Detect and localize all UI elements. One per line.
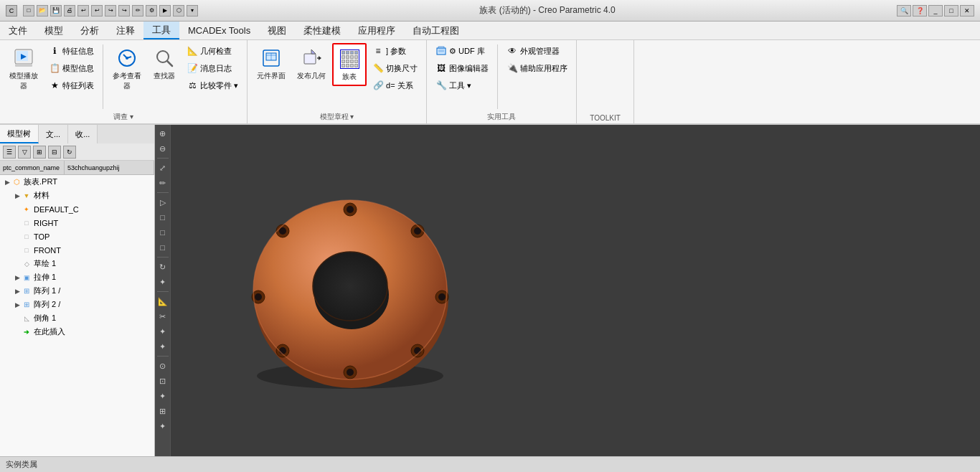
- menu-item-9[interactable]: 自动工程图: [404, 22, 468, 39]
- undo-icon[interactable]: ↩: [77, 5, 89, 16]
- tree-item-array1[interactable]: ▶ ⊞ 阵列 1 /: [0, 284, 154, 298]
- model-viewport[interactable]: [171, 125, 980, 456]
- tree-item-default-cs[interactable]: ▶ ✦ DEFAULT_C: [0, 202, 154, 216]
- tree-item-top[interactable]: ▶ □ TOP: [0, 230, 154, 243]
- aux-app-btn[interactable]: 🔌 辅助应用程序: [502, 60, 572, 76]
- restore-btn[interactable]: □: [944, 5, 958, 16]
- expand-right[interactable]: ▶: [13, 219, 22, 227]
- model-info-btn[interactable]: 📋 模型信息: [44, 60, 98, 76]
- expand-material[interactable]: ▶: [13, 192, 22, 200]
- misc3-icon[interactable]: ▶: [159, 5, 171, 16]
- tree-item-insert-here[interactable]: ▶ ➔ 在此插入: [0, 325, 154, 339]
- udf-lib-btn[interactable]: ⚙ UDF 库: [431, 43, 493, 59]
- minimize-btn[interactable]: _: [928, 5, 943, 16]
- zoom-to-fit-btn[interactable]: ⤢: [156, 161, 170, 175]
- publish-geo-btn[interactable]: 发布几何: [292, 43, 331, 85]
- menu-item-1[interactable]: 模型: [36, 22, 72, 39]
- misc-btn5[interactable]: ✦: [156, 389, 170, 403]
- zoom-in-btn[interactable]: ⊕: [156, 126, 170, 141]
- switch-dim-btn[interactable]: 📏 切换尺寸: [368, 60, 422, 76]
- compare-parts-btn[interactable]: ⚖ 比较零件 ▾: [182, 77, 242, 93]
- view-btn1[interactable]: □: [156, 210, 170, 225]
- expand-insert[interactable]: ▶: [13, 328, 22, 336]
- model-player-btn[interactable]: 模型播放器: [4, 43, 43, 95]
- misc-btn3[interactable]: ⊙: [156, 359, 170, 373]
- misc-btn7[interactable]: ✦: [156, 419, 170, 433]
- msg-log-btn[interactable]: 📝 消息日志: [182, 60, 242, 76]
- edit-mode-btn[interactable]: ✏: [156, 176, 170, 190]
- save-icon[interactable]: 💾: [50, 5, 62, 16]
- menu-item-3[interactable]: 注释: [108, 22, 143, 39]
- appearance-mgr-btn[interactable]: 👁 外观管理器: [502, 43, 572, 59]
- tree-item-material[interactable]: ▶ ▼ 材料: [0, 189, 154, 202]
- tab-favorites[interactable]: 收...: [68, 125, 98, 143]
- expand-chamfer1[interactable]: ▶: [13, 314, 22, 323]
- tab-files[interactable]: 文...: [39, 125, 68, 143]
- menu-item-7[interactable]: 柔性建模: [295, 22, 349, 39]
- menu-item-8[interactable]: 应用程序: [349, 22, 404, 39]
- component-interface-btn[interactable]: 元件界面: [252, 43, 291, 85]
- tree-item-chamfer1[interactable]: ▶ ◺ 倒角 1: [0, 311, 154, 325]
- scissors-btn[interactable]: ✂: [156, 309, 170, 324]
- print-icon[interactable]: 🖨: [64, 5, 75, 16]
- params-btn[interactable]: ≡ ] 参数: [368, 43, 422, 59]
- menu-item-0[interactable]: 文件: [0, 22, 36, 39]
- geo-check-btn[interactable]: 📐 几何检查: [182, 43, 242, 59]
- feature-list-btn[interactable]: ★ 特征列表: [44, 77, 98, 93]
- dropdown-icon[interactable]: ▾: [187, 5, 198, 16]
- expand-top[interactable]: ▶: [13, 232, 22, 241]
- help-btn[interactable]: ❓: [913, 5, 927, 16]
- tree-item-front[interactable]: ▶ □ FRONT: [0, 243, 154, 257]
- tree-collapse-btn[interactable]: ⊟: [48, 146, 61, 159]
- selection-btn[interactable]: ▷: [156, 195, 170, 209]
- misc1-icon[interactable]: ✏: [132, 5, 143, 16]
- feature-info-btn[interactable]: ℹ 特征信息: [44, 43, 98, 59]
- tools-btn[interactable]: 🔧 工具 ▾: [431, 77, 493, 93]
- relation-btn[interactable]: 🔗 d= 关系: [368, 77, 422, 93]
- tree-item-sketch1[interactable]: ▶ ◇ 草绘 1: [0, 257, 154, 270]
- expand-defaultcs[interactable]: ▶: [13, 205, 22, 214]
- menu-item-4[interactable]: 工具: [143, 22, 179, 39]
- tree-expand-btn[interactable]: ⊞: [33, 146, 46, 159]
- menu-item-6[interactable]: 视图: [259, 22, 295, 39]
- view-btn3[interactable]: □: [156, 240, 170, 255]
- tree-item-root[interactable]: ▶ ⬡ 族表.PRT: [0, 175, 154, 189]
- tree-item-array2[interactable]: ▶ ⊞ 阵列 2 /: [0, 298, 154, 311]
- search-help-btn[interactable]: 🔍: [897, 5, 911, 16]
- expand-extrude1[interactable]: ▶: [13, 273, 22, 282]
- ref-viewer-btn[interactable]: 参考查看器: [108, 43, 146, 95]
- misc-btn2[interactable]: ✦: [156, 339, 170, 354]
- rotate-btn[interactable]: ↻: [156, 260, 170, 274]
- tab-model-tree[interactable]: 模型树: [0, 125, 39, 143]
- tree-item-extrude1[interactable]: ▶ ▣ 拉伸 1: [0, 270, 154, 284]
- expand-array1[interactable]: ▶: [13, 287, 22, 296]
- misc4-icon[interactable]: ⬡: [173, 5, 184, 16]
- family-table-btn[interactable]: 族表: [332, 43, 367, 86]
- expand-root[interactable]: ▶: [3, 178, 11, 187]
- close-btn[interactable]: ✕: [960, 5, 974, 16]
- tree-filter-btn[interactable]: ▽: [18, 146, 31, 159]
- expand-front[interactable]: ▶: [13, 246, 22, 255]
- tree-item-right[interactable]: ▶ □ RIGHT: [0, 216, 154, 230]
- misc-btn4[interactable]: ⊡: [156, 374, 170, 388]
- menu-item-5[interactable]: MCADEx Tools: [179, 22, 259, 39]
- misc-btn6[interactable]: ⊞: [156, 404, 170, 418]
- tree-refresh-btn[interactable]: ↻: [63, 146, 76, 159]
- redo2-icon[interactable]: ↪: [118, 5, 130, 16]
- zoom-out-btn[interactable]: ⊖: [156, 141, 170, 156]
- undo2-icon[interactable]: ↩: [91, 5, 103, 16]
- misc-btn1[interactable]: ✦: [156, 324, 170, 339]
- expand-sketch1[interactable]: ▶: [13, 260, 22, 268]
- fly-btn[interactable]: ✦: [156, 275, 170, 289]
- expand-array2[interactable]: ▶: [13, 301, 22, 309]
- misc2-icon[interactable]: ⚙: [146, 5, 157, 16]
- menu-item-2[interactable]: 分析: [72, 22, 108, 39]
- new-icon[interactable]: □: [23, 5, 34, 16]
- redo-icon[interactable]: ↪: [105, 5, 116, 16]
- open-icon[interactable]: 📂: [37, 5, 48, 16]
- measure-btn[interactable]: 📐: [156, 294, 170, 308]
- image-editor-btn[interactable]: 🖼 图像编辑器: [431, 60, 493, 76]
- view-btn2[interactable]: □: [156, 225, 170, 240]
- finder-btn[interactable]: 查找器: [148, 43, 181, 85]
- tree-settings-btn[interactable]: ☰: [3, 146, 16, 159]
